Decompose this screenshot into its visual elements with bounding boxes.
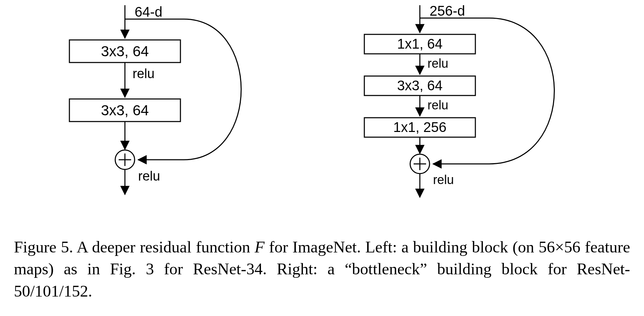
diagram-area: 64-d 3x3, 64 relu 3x3, 64 relu: [0, 0, 644, 215]
layer-box-label: 1x1, 256: [393, 119, 446, 135]
activation-label: relu: [427, 98, 448, 112]
layer-box-label: 3x3, 64: [101, 102, 149, 118]
bottleneck-block-diagram: 256-d 1x1, 64 relu 3x3, 64 relu 1x1, 256: [340, 0, 604, 217]
activation-label: relu: [433, 173, 454, 187]
activation-label: relu: [138, 169, 160, 183]
input-dim-label: 256-d: [430, 3, 465, 18]
script-f-symbol: F: [255, 238, 265, 256]
activation-label: relu: [427, 56, 448, 70]
layer-box-label: 3x3, 64: [397, 78, 442, 93]
layer-box-label: 3x3, 64: [101, 43, 149, 59]
activation-label: relu: [133, 66, 154, 81]
figure-caption: Figure 5. A deeper residual function F f…: [14, 236, 630, 302]
input-dim-label: 64-d: [135, 4, 162, 19]
figure-page: 64-d 3x3, 64 relu 3x3, 64 relu: [0, 0, 644, 316]
layer-box-label: 1x1, 64: [397, 36, 442, 51]
caption-text: A deeper residual function: [73, 238, 255, 256]
figure-label: Figure 5.: [14, 238, 73, 256]
basic-block-diagram: 64-d 3x3, 64 relu 3x3, 64 relu: [45, 0, 295, 217]
